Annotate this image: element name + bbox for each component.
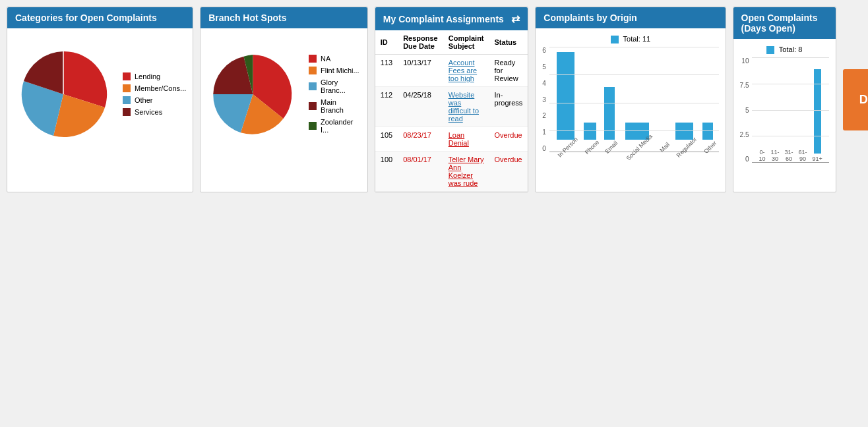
origin-label-2: Email — [604, 140, 620, 156]
complaint-assignments-header: My Complaint Assignments ⇄ — [375, 7, 528, 30]
days-y-axis: 10 7.5 5 2.5 0 — [740, 57, 753, 163]
legend-na: NA — [309, 55, 361, 63]
origin-bar-2 — [604, 87, 615, 140]
row-id-3: 100 — [375, 152, 398, 192]
member-label: Member/Cons... — [135, 84, 186, 92]
lending-dot — [123, 72, 131, 80]
days-label-0: 0-10 — [759, 149, 765, 163]
col-date: Response Due Date — [398, 30, 443, 55]
complaints-origin-body: Total: 11 6 5 4 3 2 1 0 — [536, 28, 725, 159]
days-bar-4 — [814, 69, 821, 154]
open-complaints-header: Open Complaints (Days Open) — [733, 7, 836, 39]
categories-pie-chart — [14, 45, 113, 144]
row-status-1: In-progress — [489, 87, 528, 127]
services-label: Services — [135, 108, 162, 116]
member-dot — [123, 84, 131, 92]
glory-label: Glory Branc... — [321, 78, 361, 94]
lending-label: Lending — [135, 72, 160, 80]
row-subject-3[interactable]: Teller Mary Ann Koelzer was rude — [443, 152, 489, 192]
branch-hotspots-body: NA Flint Michi... Glory Branc... Main Br… — [201, 28, 367, 160]
days-label-4: 91+ — [813, 156, 822, 163]
table-row: 11204/25/18Website was difficult to read… — [375, 87, 528, 127]
categories-legend: Lending Member/Cons... Other Services — [123, 72, 186, 116]
row-status-0: Ready for Review — [489, 55, 528, 87]
y-4: 4 — [542, 80, 546, 87]
dgrid-2 — [752, 136, 828, 136]
y-5: 5 — [542, 63, 546, 71]
origin-bar-col-3: Social Media — [620, 47, 654, 152]
grid-2 — [549, 103, 719, 103]
y-0: 0 — [542, 145, 546, 152]
main-branch-dot — [309, 102, 317, 110]
other-dot — [123, 96, 131, 104]
complaints-origin-panel: Complaints by Origin Total: 11 6 5 4 3 2… — [535, 7, 726, 192]
branch-hotspots-title: Branch Hot Spots — [208, 13, 286, 23]
days-bars-container: 0-1011-3031-6061-9091+ — [752, 57, 828, 163]
row-status-2: Overdue — [489, 127, 528, 152]
categories-complaints-title: Categories for Open Complaints — [15, 13, 157, 23]
origin-label-4: Mail — [659, 141, 671, 154]
glory-dot — [309, 82, 317, 90]
origin-bar-col-0: In Person — [553, 47, 578, 152]
dy-0: 0 — [740, 156, 749, 163]
origin-bars-row: In PersonPhoneEmailSocial MediaMailRegul… — [549, 47, 719, 152]
days-chart-wrapper: 10 7.5 5 2.5 0 0-1011-3031-6 — [740, 57, 829, 163]
row-date-0: 10/13/17 — [398, 55, 443, 87]
row-date-3: 08/01/17 — [398, 152, 443, 192]
table-header-row: ID Response Due Date Complaint Subject S… — [375, 30, 528, 55]
days-bars-area: 0-1011-3031-6061-9091+ — [752, 57, 828, 163]
row-subject-0[interactable]: Account Fees are too high — [443, 55, 489, 87]
cma-dashboard-button[interactable]: CMA Dashboard View — [843, 69, 868, 130]
row-status-3: Overdue — [489, 152, 528, 192]
days-label-3: 61-90 — [799, 149, 807, 163]
grid-6 — [549, 47, 719, 47]
na-label: NA — [321, 55, 330, 63]
dy-2: 2.5 — [740, 131, 749, 138]
legend-member: Member/Cons... — [123, 84, 186, 92]
other-label: Other — [135, 96, 153, 104]
flint-label: Flint Michi... — [321, 67, 359, 74]
days-legend-box — [766, 46, 774, 54]
origin-label-1: Phone — [584, 139, 601, 156]
origin-legend-box — [611, 36, 619, 43]
open-complaints-panel: Open Complaints (Days Open) Total: 8 10 … — [733, 7, 836, 192]
origin-bar-col-4: Mail — [657, 47, 668, 152]
grid-0 — [549, 130, 719, 131]
dgrid-5 — [752, 110, 828, 111]
legend-lending: Lending — [123, 72, 186, 80]
origin-legend: Total: 11 — [542, 35, 718, 43]
categories-complaints-header: Categories for Open Complaints — [7, 7, 193, 28]
grid-4 — [549, 74, 719, 75]
origin-bar-col-2: Email — [602, 47, 617, 152]
origin-bar-col-5: Regulator — [671, 47, 697, 152]
origin-bars-container: In PersonPhoneEmailSocial MediaMailRegul… — [549, 47, 719, 152]
origin-y-axis: 6 5 4 3 2 1 0 — [542, 47, 549, 152]
y-2: 2 — [542, 112, 546, 119]
branch-legend: NA Flint Michi... Glory Branc... Main Br… — [309, 55, 361, 134]
days-legend: Total: 8 — [740, 45, 829, 54]
row-date-2: 08/23/17 — [398, 127, 443, 152]
legend-zoolander: Zoolander I... — [309, 118, 361, 134]
row-subject-2[interactable]: Loan Denial — [443, 127, 489, 152]
categories-complaints-body: Lending Member/Cons... Other Services — [7, 28, 193, 160]
origin-bar-col-1: Phone — [581, 47, 598, 152]
table-row: 10008/01/17Teller Mary Ann Koelzer was r… — [375, 152, 528, 192]
col-id: ID — [375, 30, 398, 55]
origin-label-6: Other — [702, 140, 718, 156]
row-date-1: 04/25/18 — [398, 87, 443, 127]
origin-bars-area: In PersonPhoneEmailSocial MediaMailRegul… — [549, 47, 719, 152]
row-subject-1[interactable]: Website was difficult to read — [443, 87, 489, 127]
y-1: 1 — [542, 128, 546, 136]
y-3: 3 — [542, 96, 546, 103]
origin-bar-col-6: Other — [700, 47, 716, 152]
legend-glory: Glory Branc... — [309, 78, 361, 94]
na-dot — [309, 55, 317, 63]
open-complaints-body: Total: 8 10 7.5 5 2.5 0 — [733, 39, 836, 169]
toggle-icon[interactable]: ⇄ — [511, 13, 520, 25]
services-dot — [123, 108, 131, 116]
dgrid-10 — [752, 57, 828, 58]
branch-hotspots-header: Branch Hot Spots — [201, 7, 367, 28]
dy-7: 7.5 — [740, 82, 749, 89]
days-legend-label: Total: 8 — [779, 45, 802, 53]
legend-other: Other — [123, 96, 186, 104]
